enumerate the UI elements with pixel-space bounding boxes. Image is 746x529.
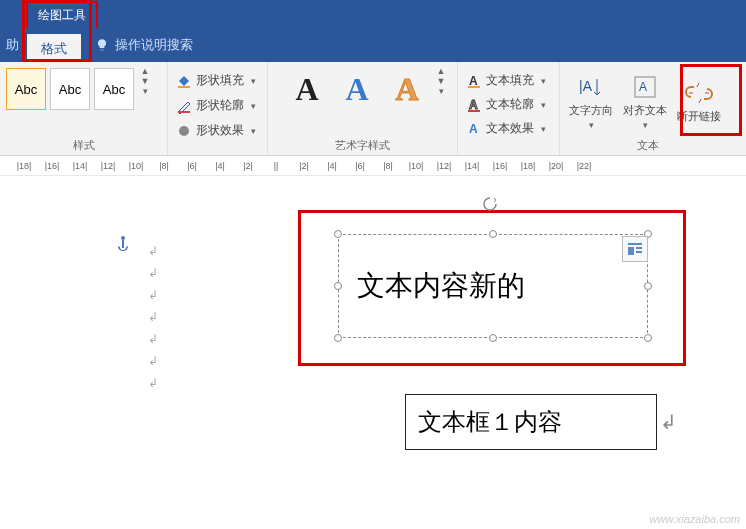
textbox-2-content: 文本框１内容 — [418, 406, 562, 438]
shape-style-3[interactable]: Abc — [94, 68, 134, 110]
ruler: |18||16||14||12||10||8||6||4||2||||2||4|… — [0, 156, 746, 176]
chevron-down-icon: ▾ — [248, 76, 258, 86]
layout-options-icon — [626, 240, 644, 258]
text-fill-icon: A — [466, 73, 482, 89]
shape-style-2[interactable]: Abc — [50, 68, 90, 110]
wordart-style-1[interactable]: A — [284, 66, 330, 112]
chevron-down-icon: ▾ — [538, 76, 548, 86]
chevron-down-icon: ▾ — [586, 120, 596, 130]
svg-text:A: A — [469, 122, 478, 136]
text-effects-icon: A — [466, 121, 482, 137]
wordart-gallery-more-icon[interactable]: ▾ — [436, 86, 446, 96]
text-direction-icon: |A — [577, 73, 605, 101]
svg-text:A: A — [639, 80, 647, 94]
resize-handle-n[interactable] — [489, 230, 497, 238]
text-fill-button[interactable]: A 文本填充▾ — [464, 70, 553, 91]
svg-rect-13 — [636, 247, 642, 249]
resize-handle-e[interactable] — [644, 282, 652, 290]
svg-rect-0 — [178, 86, 190, 88]
align-text-button[interactable]: A 对齐文本▾ — [620, 69, 670, 134]
resize-handle-nw[interactable] — [334, 230, 342, 238]
group-shape-styles: Abc Abc Abc ▲ ▼ ▾ 样式 — [0, 62, 168, 155]
contextual-tab-drawing-tools[interactable]: 绘图工具 — [26, 1, 98, 28]
wordart-gallery-down-icon[interactable]: ▼ — [436, 76, 446, 86]
resize-handle-s[interactable] — [489, 334, 497, 342]
return-mark-icon: ↲ — [660, 410, 677, 434]
tab-help[interactable]: 助 — [0, 36, 27, 54]
watermark: www.xiazaiba.com — [650, 513, 740, 525]
chevron-down-icon: ▾ — [538, 124, 548, 134]
resize-handle-w[interactable] — [334, 282, 342, 290]
group-text: |A 文字方向▾ A 对齐文本▾ 断开链接 文本 — [560, 62, 736, 155]
text-direction-button[interactable]: |A 文字方向▾ — [566, 69, 616, 134]
text-outline-button[interactable]: A 文本轮廓▾ — [464, 94, 553, 115]
tab-row: 助 格式 操作说明搜索 — [0, 28, 746, 62]
group-shape-format: 形状填充▾ 形状轮廓▾ 形状效果▾ — [168, 62, 268, 155]
tell-me-label: 操作说明搜索 — [115, 36, 193, 54]
lightbulb-icon — [95, 38, 109, 52]
svg-rect-14 — [636, 251, 642, 253]
wordart-style-2[interactable]: A — [334, 66, 380, 112]
chevron-down-icon: ▾ — [248, 126, 258, 136]
shape-style-1[interactable]: Abc — [6, 68, 46, 110]
break-link-icon — [685, 79, 713, 107]
svg-text:A: A — [469, 98, 478, 112]
anchor-icon — [116, 236, 130, 252]
resize-handle-se[interactable] — [644, 334, 652, 342]
shape-effects-button[interactable]: 形状效果▾ — [174, 120, 261, 141]
shape-fill-button[interactable]: 形状填充▾ — [174, 70, 261, 91]
rotate-handle[interactable] — [482, 196, 498, 212]
group-wordart-styles: A A A ▲ ▼ ▾ 艺术字样式 — [268, 62, 458, 155]
group-label-styles: 样式 — [6, 136, 161, 153]
resize-handle-sw[interactable] — [334, 334, 342, 342]
shape-outline-button[interactable]: 形状轮廓▾ — [174, 95, 261, 116]
chevron-down-icon: ▾ — [538, 100, 548, 110]
chevron-down-icon: ▾ — [248, 101, 258, 111]
text-outline-icon: A — [466, 97, 482, 113]
effects-icon — [176, 123, 192, 139]
tab-format[interactable]: 格式 — [27, 34, 81, 62]
layout-options-button[interactable] — [622, 236, 648, 262]
paragraph-marks: ↲↲↲↲↲↲↲ — [148, 240, 158, 394]
text-effects-button[interactable]: A 文本效果▾ — [464, 118, 553, 139]
group-text-effects: A 文本填充▾ A 文本轮廓▾ A 文本效果▾ — [458, 62, 560, 155]
wordart-style-3[interactable]: A — [384, 66, 430, 112]
svg-text:|A: |A — [579, 78, 593, 94]
paint-bucket-icon — [176, 73, 192, 89]
textbox-selected[interactable]: 文本内容新的 — [338, 234, 648, 338]
svg-rect-12 — [628, 247, 634, 255]
align-text-icon: A — [631, 73, 659, 101]
svg-rect-11 — [628, 243, 642, 245]
svg-rect-1 — [178, 111, 190, 113]
group-label-text: 文本 — [566, 136, 730, 153]
svg-rect-4 — [468, 86, 480, 88]
document-canvas[interactable]: ↲↲↲↲↲↲↲ 文本内容新的 文本框１内容 ↲ www.xiazaiba.com — [0, 176, 746, 529]
titlebar: 绘图工具 — [0, 0, 746, 28]
svg-text:A: A — [469, 74, 478, 88]
style-gallery-more-icon[interactable]: ▾ — [140, 86, 150, 96]
style-gallery-up-icon[interactable]: ▲ — [140, 66, 150, 76]
ribbon: Abc Abc Abc ▲ ▼ ▾ 样式 形状填充▾ 形状轮廓▾ 形状效果▾ — [0, 62, 746, 156]
style-gallery-down-icon[interactable]: ▼ — [140, 76, 150, 86]
wordart-gallery-up-icon[interactable]: ▲ — [436, 66, 446, 76]
pen-icon — [176, 98, 192, 114]
group-label-wordart: 艺术字样式 — [274, 136, 451, 153]
svg-rect-6 — [468, 110, 480, 112]
chevron-down-icon: ▾ — [640, 120, 650, 130]
svg-point-2 — [179, 126, 189, 136]
break-link-button[interactable]: 断开链接 — [674, 75, 724, 128]
tell-me-search[interactable]: 操作说明搜索 — [95, 36, 193, 54]
textbox-2[interactable]: 文本框１内容 — [405, 394, 657, 450]
textbox-selected-content: 文本内容新的 — [357, 267, 525, 305]
